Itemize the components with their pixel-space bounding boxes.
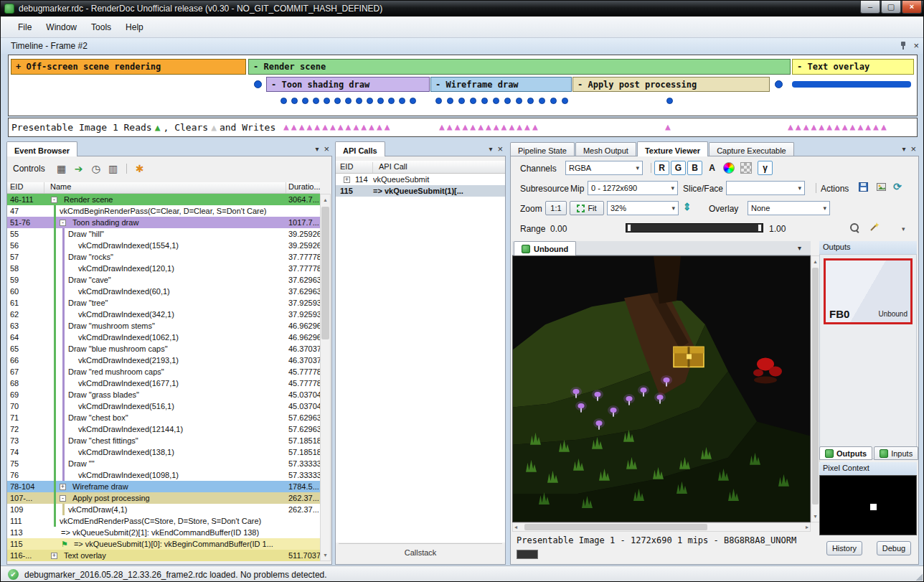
pixel-context-view[interactable] (819, 475, 917, 535)
expander-icon[interactable]: - (60, 495, 66, 502)
expander-icon[interactable]: - (51, 197, 57, 203)
draw-call-dot[interactable] (666, 98, 673, 104)
close-button[interactable]: × (902, 1, 922, 14)
event-row-51-76[interactable]: 51-76-Toon shading draw1017.7... (7, 217, 320, 228)
tab-outputs[interactable]: Outputs (819, 446, 872, 460)
zoom-1to1-button[interactable]: 1:1 (545, 201, 567, 215)
event-row-78-104[interactable]: 78-104+Wireframe draw1784.5... (7, 481, 320, 492)
draw-call-dot[interactable] (504, 98, 511, 104)
scroll-down-icon[interactable]: ▾ (321, 550, 330, 560)
timeline-toggle-icon[interactable]: ▦ (54, 162, 70, 175)
draw-call-dot[interactable] (550, 98, 557, 104)
color-wheel-icon[interactable] (723, 162, 735, 174)
draw-call-dot[interactable] (313, 98, 319, 104)
event-browser-scrollbar[interactable]: ▴ ▾ (320, 194, 331, 561)
texture-display[interactable] (512, 255, 811, 522)
api-row-115[interactable]: 115=> vkQueueSubmit(1)[... (336, 185, 505, 197)
event-row-74[interactable]: 74vkCmdDrawIndexed(138,1)57.18518 (7, 446, 320, 458)
event-row-64[interactable]: 64vkCmdDrawIndexed(1062,1)46.96296 (7, 332, 320, 343)
menu-item-window[interactable]: Window (39, 19, 84, 35)
expander-icon[interactable]: + (60, 484, 66, 490)
range-slider[interactable] (626, 223, 763, 233)
channel-red-button[interactable]: R (654, 161, 669, 175)
draw-call-dot[interactable] (447, 98, 453, 104)
timeline-bar-offscreen[interactable]: + Off-screen scene rendering (11, 59, 246, 75)
tab-api-calls[interactable]: API Calls (335, 141, 385, 156)
zoom-dropdown[interactable]: 32% ▾ (607, 201, 679, 215)
draw-call-dot[interactable] (254, 80, 262, 88)
draw-call-dot[interactable] (399, 98, 405, 104)
event-row-57[interactable]: 57Draw "rocks"37.77778 (7, 251, 320, 263)
draw-call-dot[interactable] (435, 98, 442, 104)
tab-inputs[interactable]: Inputs (874, 446, 918, 460)
draw-call-dot[interactable] (775, 80, 783, 88)
panel-menu-icon[interactable]: ▾ (489, 145, 492, 153)
timeline-close-icon[interactable]: × (913, 41, 919, 50)
range-min-thumb[interactable] (627, 224, 631, 232)
channel-blue-button[interactable]: B (687, 161, 702, 175)
scroll-up-icon[interactable]: ▴ (811, 256, 819, 267)
draw-call-dot[interactable] (410, 98, 416, 104)
event-row-71[interactable]: 71Draw "chest box"57.62963 (7, 412, 320, 423)
overlay-dropdown[interactable]: None ▾ (748, 201, 830, 215)
minimize-button[interactable]: – (860, 1, 880, 14)
scrollbar-thumb[interactable] (321, 207, 329, 339)
event-row-58[interactable]: 58vkCmdDrawIndexed(120,1)37.77778 (7, 263, 320, 274)
gamma-button[interactable]: γ (758, 161, 773, 175)
event-row-69[interactable]: 69Draw "grass blades"45.03704 (7, 389, 320, 400)
draw-call-dot[interactable] (493, 98, 499, 104)
menu-item-file[interactable]: File (11, 19, 39, 35)
event-row-115[interactable]: 115⚑=> vkQueueSubmit(1)[0]: vkBeginComma… (7, 538, 320, 550)
draw-call-dot[interactable] (527, 98, 534, 104)
range-max-thumb[interactable] (758, 224, 762, 232)
history-button[interactable]: History (826, 541, 862, 555)
event-row-107-...[interactable]: 107-...-Apply post processing262.37... (7, 492, 320, 504)
draw-call-dot[interactable] (367, 98, 373, 104)
maximize-button[interactable]: ▢ (881, 1, 901, 14)
scrollbar-thumb[interactable] (812, 268, 819, 504)
event-row-75[interactable]: 75Draw ""57.33333 (7, 458, 320, 469)
scroll-right-icon[interactable]: ▸ (806, 524, 808, 530)
panel-menu-icon[interactable]: ▾ (315, 145, 319, 153)
event-row-66[interactable]: 66vkCmdDrawIndexed(2193,1)46.37037 (7, 355, 320, 366)
timeline-bar-render-scene[interactable]: - Render scene (248, 59, 791, 75)
panel-close-icon[interactable]: × (497, 144, 503, 154)
tab-texture-viewer[interactable]: Texture Viewer (637, 141, 708, 156)
goto-eid-icon[interactable]: ➔ (71, 162, 87, 175)
draw-call-dot[interactable] (324, 98, 330, 104)
event-row-73[interactable]: 73Draw "chest fittings"57.18518 (7, 435, 320, 446)
tab-mesh-output[interactable]: Mesh Output (575, 142, 636, 156)
save-icon[interactable] (859, 182, 868, 194)
toolbar-overflow-icon[interactable]: ▾ (902, 225, 905, 233)
scroll-up-icon[interactable]: ▴ (321, 194, 330, 205)
timeline-overlay-activity-bar[interactable] (792, 81, 911, 88)
event-row-68[interactable]: 68vkCmdDrawIndexed(1677,1)45.77778 (7, 377, 320, 389)
expander-icon[interactable]: - (60, 220, 66, 226)
event-row-62[interactable]: 62vkCmdDrawIndexed(342,1)37.92593 (7, 309, 320, 320)
tab-event-browser[interactable]: Event Browser (6, 141, 77, 156)
texture-tabs-menu-icon[interactable]: ▾ (798, 244, 801, 252)
resize-grip[interactable] (914, 572, 923, 581)
expander-icon[interactable]: + (51, 553, 57, 559)
draw-call-dot[interactable] (345, 98, 352, 104)
debug-button[interactable]: Debug (877, 541, 911, 555)
statistics-icon[interactable]: ▥ (105, 162, 121, 175)
timeline-panel-header[interactable]: Timeline - Frame #2 × (1, 38, 924, 54)
event-row-116-...[interactable]: 116-...+Text overlay511.7037 (7, 550, 320, 561)
event-row-70[interactable]: 70vkCmdDrawIndexed(516,1)45.03704 (7, 400, 320, 412)
slice-face-dropdown[interactable]: ▾ (726, 181, 805, 195)
draw-call-dot[interactable] (280, 98, 287, 104)
event-row-111[interactable]: 111vkCmdEndRenderPass(C=Store, D=Store, … (7, 515, 320, 527)
event-row-61[interactable]: 61Draw "tree"37.92593 (7, 297, 320, 309)
checkerboard-icon[interactable] (740, 162, 752, 174)
draw-call-dot[interactable] (334, 98, 341, 104)
fb0-thumbnail[interactable]: FB0 Unbound (824, 258, 913, 324)
tab-pipeline-state[interactable]: Pipeline State (510, 142, 575, 156)
zoom-range-icon[interactable] (849, 222, 860, 233)
menu-item-help[interactable]: Help (118, 19, 151, 35)
menu-item-tools[interactable]: Tools (84, 19, 118, 35)
bookmark-icon[interactable]: ✱ (132, 162, 148, 175)
api-row-114[interactable]: +114vkQueueSubmit (336, 174, 505, 185)
timeline[interactable]: + Off-screen scene rendering - Render sc… (8, 55, 918, 116)
tab-capture-executable[interactable]: Capture Executable (709, 142, 794, 156)
